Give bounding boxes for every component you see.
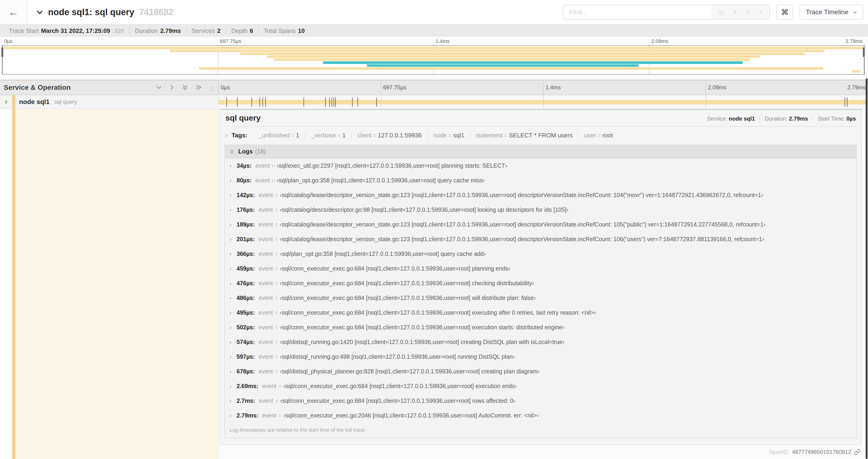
log-timestamp: 678µs: [237,367,255,375]
log-row[interactable]: ›502µs:event=‹sql/conn_executor_exec.go:… [225,320,856,335]
minimap-canvas[interactable] [2,45,865,75]
find-controls: ◎ ∧ ∨ × [712,5,770,19]
log-row[interactable]: ›476µs:event=‹sql/conn_executor_exec.go:… [225,276,856,291]
link-icon[interactable] [854,449,861,455]
title-wrap: node sql1: sql query 7418682 [28,7,174,17]
column-title: Service & Operation [4,84,71,91]
log-timestamp: 366µs: [237,250,255,258]
chevron-right-icon: › [229,235,237,243]
log-row[interactable]: ›189µs:event=‹sql/catalog/lease/descript… [225,217,856,232]
log-row[interactable]: ›80µs:event=‹sql/plan_opt.go:358 [nsql1,… [225,173,856,188]
timeline-header-row: Service & Operation || 0µs697.75µs1.4ms2… [0,80,868,95]
logs-section: ∨ Logs (18) ›34µs:event=‹sql/exec_util.g… [224,144,857,438]
chevron-right-icon: › [229,368,237,375]
chevron-right-icon: › [229,353,237,361]
tag-item: _verbose=1 [305,132,351,139]
content-row: sql query Service: node sql1Duration: 2.… [0,109,868,459]
find-input[interactable] [563,5,711,19]
chevron-right-icon: › [229,338,237,346]
log-row[interactable]: ›176µs:event=‹sql/catalog/descs/descript… [225,202,856,217]
tag-value: 1 [342,132,346,139]
collapse-all-icon[interactable] [195,85,202,91]
log-message: ‹sql/distsql_running.go:498 [nsql1,clien… [280,353,515,361]
chevron-right-icon: › [229,162,237,170]
clear-search-icon[interactable]: × [759,9,763,15]
tag-value: 1 [296,132,299,139]
log-row[interactable]: ›34µs:event=‹sql/exec_util.go:2297 [nsql… [225,158,856,173]
span-row: ∨ node sql1 sql query [0,95,868,109]
detail-left-column [0,109,218,459]
log-equals: = [273,338,280,346]
span-name-cell[interactable]: ∨ node sql1 sql query [0,95,218,109]
trace-info-label: Duration [135,27,158,35]
log-message: ‹sql/plan_opt.go:358 [nsql1,client=127.0… [277,176,485,184]
log-marker-tick [335,97,336,107]
scrubber-handle[interactable] [863,47,865,57]
ruler-tick-label: 697.75µs [383,84,406,91]
focus-icon[interactable]: ◎ [719,9,724,15]
trace-info-value: 6 [250,27,253,35]
trace-info-value: 2.79ms [160,27,181,35]
column-resize-grip[interactable]: || [211,85,216,91]
log-marker-tick [845,97,845,107]
tags-accordion[interactable]: › Tags: _unfinished=1_verbose=1client=12… [224,129,857,142]
tag-item: user=root [578,132,619,139]
back-button[interactable]: ← [0,0,28,24]
log-row[interactable]: ›2.7ms:event=‹sql/conn_executor_exec.go:… [225,393,856,408]
span-toggle-chevron-icon[interactable]: ∨ [0,99,12,105]
log-timestamp: 502µs: [237,323,255,331]
log-field-name: event [258,367,273,375]
trace-info-label: Total Spans [264,27,296,35]
log-row[interactable]: ›495µs:event=‹sql/conn_executor_exec.go:… [225,305,856,320]
log-row[interactable]: ›201µs:event=‹sql/catalog/lease/descript… [225,232,856,247]
log-row[interactable]: ›597µs:event=‹sql/distsql_running.go:498… [225,349,856,364]
log-equals: = [273,294,280,302]
chevron-right-icon: › [229,294,237,302]
logs-accordion-header[interactable]: ∨ Logs (18) [225,145,856,158]
log-message: ‹sql/plan_opt.go:358 [nsql1,client=127.0… [280,250,486,258]
log-row[interactable]: ›574µs:event=‹sql/distsql_running.go:142… [225,335,856,349]
expand-all-icon[interactable] [182,84,188,91]
log-row[interactable]: ›459µs:event=‹sql/conn_executor_exec.go:… [225,261,856,276]
span-service-name: node sql1 [19,98,50,106]
next-result-icon[interactable]: ∨ [746,9,751,15]
logs-list: ›34µs:event=‹sql/exec_util.go:2297 [nsql… [225,158,856,423]
log-row[interactable]: ›366µs:event=‹sql/plan_opt.go:358 [nsql1… [225,247,856,261]
chevron-right-icon: › [229,206,237,214]
log-equals: = [273,264,280,272]
minimap-span [199,67,823,70]
service-operation-header: Service & Operation || [0,80,218,95]
log-message: ‹sql/conn_executor_exec.go:684 [nsql1,cl… [280,279,534,287]
log-timestamp: 142µs: [237,191,255,199]
tag-equals: = [289,132,296,139]
vertical-scrollbar[interactable] [866,78,868,459]
minimap-tick-label: 0µs [4,38,12,44]
log-row[interactable]: ›2.69ms:event=‹sql/conn_executor_exec.go… [225,379,856,393]
log-marker-tick [334,97,334,107]
log-field-name: event [258,191,273,199]
log-message: ‹sql/conn_executor_exec.go:684 [nsql1,cl… [280,294,535,302]
keyboard-shortcuts-button[interactable]: ⌘ [776,5,793,20]
chevron-right-icon: › [229,221,237,229]
trace-info-item: Duration2.79ms [129,27,186,35]
log-timestamp: 597µs: [237,353,255,361]
expand-one-level-icon[interactable] [156,85,162,91]
minimap-left-scrubber[interactable] [2,46,3,74]
tag-key: user [584,132,596,139]
collapse-trace-chevron-icon[interactable] [36,8,43,16]
log-row[interactable]: ›2.79ms:event=‹sql/conn_executor_exec.go… [225,408,856,423]
tag-value: sql1 [453,132,464,139]
log-row[interactable]: ›142µs:event=‹sql/catalog/lease/descript… [225,188,856,202]
collapse-one-level-icon[interactable] [169,85,175,91]
divider [224,126,857,127]
prev-result-icon[interactable]: ∧ [733,9,738,15]
log-row[interactable]: ›486µs:event=‹sql/conn_executor_exec.go:… [225,291,856,305]
scrubber-handle[interactable] [1,47,3,57]
collapse-controls [156,84,214,91]
log-row[interactable]: ›678µs:event=‹sql/distsql_physical_plann… [225,364,856,379]
minimap-right-scrubber[interactable] [864,46,864,74]
log-timestamp: 189µs: [237,220,255,228]
view-select[interactable]: Trace Timeline [800,5,863,20]
span-bar-cell[interactable] [218,95,868,109]
tag-value: SELECT * FROM users [509,132,572,139]
